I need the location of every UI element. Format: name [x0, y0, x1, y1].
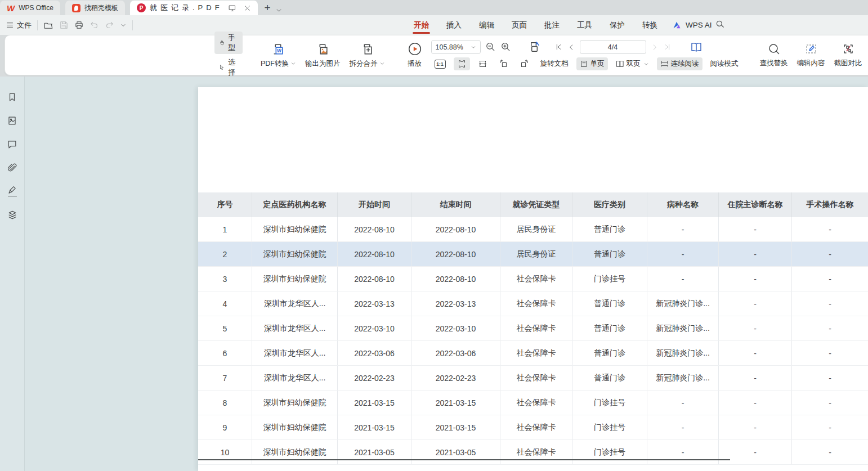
first-page-button[interactable]	[554, 43, 563, 51]
save-icon[interactable]	[59, 20, 69, 30]
table-cell: 深圳市妇幼保健院	[252, 415, 338, 439]
menu-item-5[interactable]: 工具	[576, 16, 593, 35]
file-menu-button[interactable]: 文件	[6, 20, 32, 30]
zoom-out-button[interactable]	[485, 42, 496, 52]
continuous-read-button[interactable]: 连续阅读	[657, 57, 703, 70]
menu-item-6[interactable]: 保护	[609, 16, 626, 35]
pdf-page[interactable]: 序号定点医药机构名称开始时间结束时间就诊凭证类型医疗类别病种名称住院主诊断名称手…	[198, 87, 868, 471]
table-header-cell: 开始时间	[338, 192, 411, 217]
pdf-convert-label: PDF转换	[261, 59, 289, 69]
print-icon[interactable]	[74, 20, 84, 30]
actual-size-button[interactable]: 1:1	[431, 58, 449, 70]
window-tab-bar: W WPS Office 找稻壳模板 P 就医记录.PDF +	[0, 0, 868, 15]
thumbnails-panel-button[interactable]	[6, 114, 19, 127]
table-cell: 社会保障卡	[500, 440, 572, 464]
chevron-down-icon	[290, 61, 296, 66]
read-mode-icon[interactable]	[690, 41, 703, 54]
read-mode-button[interactable]: 阅读模式	[707, 57, 742, 70]
table-bottom-border	[198, 459, 730, 460]
table-cell: 社会保障卡	[500, 366, 572, 390]
table-cell: 深圳市龙华区人...	[252, 316, 338, 340]
table-cell: -	[719, 267, 792, 291]
rotate-right-button[interactable]	[516, 57, 533, 70]
table-cell: -	[719, 341, 792, 365]
table-row[interactable]: 2深圳市妇幼保健院2022-08-102022-08-10居民身份证普通门诊--…	[198, 242, 868, 267]
document-title: 就医记录.PDF	[150, 3, 223, 13]
fit-page-button[interactable]	[454, 57, 470, 70]
screenshot-compare-button[interactable]: 截图对比	[830, 40, 867, 70]
table-cell: -	[647, 415, 719, 439]
menu-item-3[interactable]: 页面	[511, 16, 528, 35]
table-cell: 门诊挂号	[572, 415, 647, 439]
split-merge-icon	[360, 42, 374, 56]
redo-icon[interactable]	[105, 20, 114, 30]
hand-tool-button[interactable]: 手型	[214, 32, 243, 54]
signature-panel-button[interactable]	[6, 185, 19, 198]
table-row[interactable]: 10深圳市妇幼保健院2021-03-052021-03-05社会保障卡门诊挂号-…	[198, 440, 868, 465]
export-as-image-label: 输出为图片	[305, 59, 341, 69]
undo-icon[interactable]	[90, 20, 99, 30]
table-row[interactable]: 7深圳市龙华区人...2022-02-232022-02-23社会保障卡普通门诊…	[198, 366, 868, 391]
table-cell: 居民身份证	[500, 242, 572, 266]
tab-document-pdf[interactable]: P 就医记录.PDF	[130, 1, 258, 15]
chevron-down-icon	[643, 61, 649, 67]
table-cell: -	[647, 267, 719, 291]
menu-item-4[interactable]: 批注	[543, 16, 561, 35]
tab-wps-home[interactable]: W WPS Office	[0, 1, 60, 15]
table-row[interactable]: 8深圳市妇幼保健院2021-03-152021-03-15社会保障卡门诊挂号--…	[198, 391, 868, 415]
table-cell: 2021-03-15	[411, 415, 500, 439]
split-merge-button[interactable]: 拆分合并	[345, 40, 390, 71]
table-cell: 深圳市妇幼保健院	[252, 217, 338, 241]
find-replace-button[interactable]: 查找替换	[755, 40, 793, 70]
menu-item-2[interactable]: 编辑	[478, 16, 495, 35]
replace-background-button[interactable]	[528, 41, 541, 53]
table-row[interactable]: 4深圳市龙华区人...2022-03-132022-03-13社会保障卡普通门诊…	[198, 291, 868, 316]
bookmarks-panel-button[interactable]	[6, 90, 19, 104]
last-page-button[interactable]	[663, 43, 672, 51]
menu-search-icon[interactable]	[715, 19, 726, 29]
wps-ai-label: WPS AI	[686, 21, 712, 29]
pdf-convert-button[interactable]: W PDF转换	[256, 40, 301, 71]
table-cell: -	[647, 440, 719, 464]
table-row[interactable]: 9深圳市妇幼保健院2021-03-152021-03-15社会保障卡门诊挂号--…	[198, 415, 868, 440]
screenshot-compare-label: 截图对比	[834, 59, 862, 68]
tab-list-chevron-icon[interactable]	[275, 7, 283, 15]
table-row[interactable]: 3深圳市妇幼保健院2022-08-102022-08-10社会保障卡门诊挂号--…	[198, 267, 868, 291]
fit-width-button[interactable]	[475, 57, 491, 70]
previous-page-button[interactable]	[567, 43, 575, 51]
hand-tool-label: 手型	[228, 33, 238, 53]
quickbar-chevron-icon[interactable]	[120, 22, 127, 29]
divider	[132, 20, 133, 30]
edit-content-button[interactable]: 编辑内容	[793, 40, 830, 70]
menu-item-7[interactable]: 转换	[641, 16, 659, 35]
play-slideshow-button[interactable]: 播放	[403, 39, 427, 71]
menu-item-0[interactable]: 开始	[413, 16, 430, 35]
close-tab-icon[interactable]	[242, 2, 253, 14]
zoom-in-button[interactable]	[500, 42, 511, 52]
rotate-left-button[interactable]	[495, 57, 512, 70]
table-row[interactable]: 5深圳市龙华区人...2022-03-102022-03-10社会保障卡普通门诊…	[198, 316, 868, 341]
attachments-panel-button[interactable]	[6, 161, 19, 174]
page-number-input[interactable]	[580, 40, 646, 54]
comments-panel-button[interactable]	[6, 137, 19, 151]
export-as-image-button[interactable]: 输出为图片	[301, 40, 345, 71]
new-tab-button[interactable]: +	[265, 2, 271, 15]
tab-docer-templates[interactable]: 找稻壳模板	[65, 1, 125, 15]
open-file-icon[interactable]	[43, 20, 53, 30]
monitor-icon[interactable]	[227, 2, 238, 14]
bookmark-icon	[7, 92, 17, 102]
zoom-level-select[interactable]: 105.88%	[431, 40, 481, 54]
select-tool-button[interactable]: 选择	[214, 56, 243, 79]
table-row[interactable]: 6深圳市龙华区人...2022-03-062022-03-06社会保障卡普通门诊…	[198, 341, 868, 366]
table-row[interactable]: 1深圳市妇幼保健院2022-08-102022-08-10居民身份证普通门诊--…	[198, 217, 868, 242]
table-cell: 2022-08-10	[338, 267, 411, 291]
double-page-button[interactable]: 双页	[612, 57, 652, 70]
comment-icon	[7, 139, 17, 150]
layers-panel-button[interactable]	[6, 208, 19, 222]
next-page-button[interactable]	[651, 43, 659, 51]
table-cell: -	[792, 316, 868, 340]
single-page-button[interactable]: 单页	[576, 57, 608, 70]
menu-item-1[interactable]: 插入	[445, 16, 463, 35]
rotate-document-button[interactable]: 旋转文档	[537, 57, 572, 70]
wps-ai-button[interactable]: WPS AI	[673, 15, 712, 35]
